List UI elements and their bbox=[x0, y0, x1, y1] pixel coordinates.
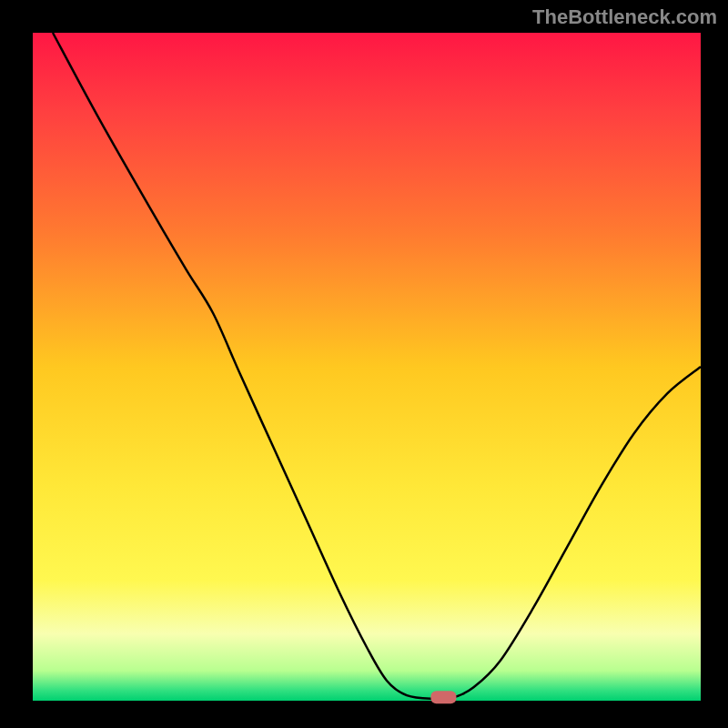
chart-svg bbox=[0, 0, 728, 728]
bottleneck-chart: TheBottleneck.com bbox=[0, 0, 728, 728]
plot-background bbox=[33, 33, 701, 701]
watermark-text: TheBottleneck.com bbox=[532, 5, 717, 29]
optimal-marker bbox=[430, 691, 456, 703]
